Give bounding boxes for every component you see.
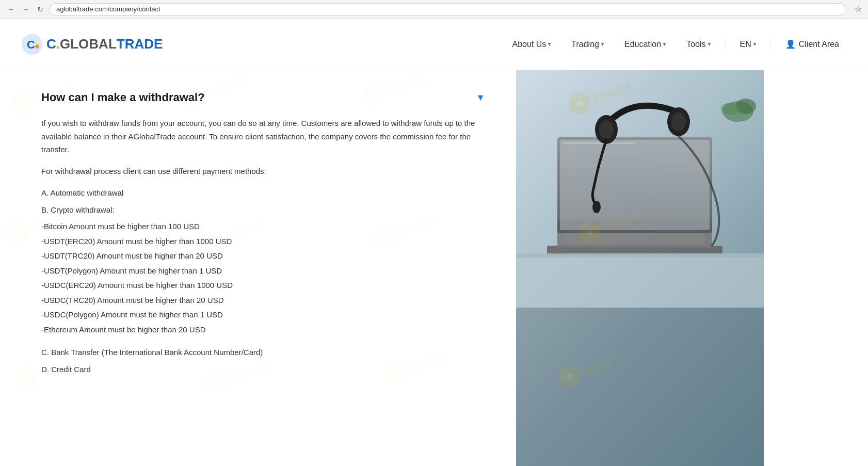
svg-rect-37 [516,253,764,258]
crypto-item-usdt-trc20: -USDT(TRC20) Amount must be higher than … [41,249,485,264]
nav-language[interactable]: EN ▾ [732,36,764,53]
forward-button[interactable]: → [21,4,31,14]
nav-divider-2 [770,38,771,51]
faq-section-c: C. Bank Transfer (The International Bank… [41,345,485,360]
user-icon: 👤 [785,39,796,49]
logo[interactable]: C C . GLOBAL TRADE [21,33,163,56]
faq-content: How can I make a withdrawal? ▼ If you wi… [0,70,516,466]
faq-body: If you wish to withdraw funds from your … [41,117,485,377]
nav-tools[interactable]: Tools ▾ [678,36,718,53]
crypto-item-usdc-erc20: -USDC(ERC20) Amount must be higher than … [41,278,485,293]
svg-point-35 [721,103,740,115]
faq-paragraph-2: For withdrawal process client can use di… [41,165,485,178]
nav-about-us[interactable]: About Us ▾ [504,36,559,53]
tools-chevron: ▾ [708,41,711,47]
svg-point-31 [671,113,686,131]
crypto-item-ethereum: -Ethereum Amount must be higher than 20 … [41,323,485,338]
browser-chrome: ← → ↻ aglobaltrade.com/company/contact ☆ [0,0,868,19]
nav-education[interactable]: Education ▾ [616,36,674,53]
svg-rect-26 [560,140,710,230]
faq-section-a: A. Automatic withdrawal [41,186,485,201]
headset-illustration [516,70,764,308]
svg-point-2 [35,44,39,49]
crypto-item-bitcoin: -Bitcoin Amount must be higher than 100 … [41,219,485,234]
reload-button[interactable]: ↻ [35,4,45,14]
url-bar[interactable]: aglobaltrade.com/company/contact [50,3,846,15]
logo-dot: . [56,36,60,52]
svg-text:C: C [27,38,35,51]
crypto-item-usdt-polygon: -USDT(Polygon) Amount must be higher tha… [41,264,485,279]
faq-payment-methods: A. Automatic withdrawal B. Crypto withdr… [41,186,485,337]
page-content: W WikiFX W WikiFX W WikiFX W WikiFX W Wi… [0,70,868,466]
logo-trade: TRADE [117,36,163,52]
education-chevron: ▾ [663,41,666,47]
faq-title: How can I make a withdrawal? [41,91,205,104]
trading-chevron: ▾ [601,41,604,47]
faq-paragraph-1: If you wish to withdraw funds from your … [41,117,485,156]
crypto-item-usdc-polygon: -USDC(Polygon) Amount must be higher tha… [41,308,485,323]
crypto-item-usdc-trc20: -USDC(TRC20) Amount must be higher than … [41,293,485,308]
contact-image [516,70,764,466]
nav-divider [725,38,726,51]
svg-point-32 [592,201,601,213]
logo-icon: C [21,33,43,56]
main-nav: About Us ▾ Trading ▾ Education ▾ Tools ▾… [504,35,848,53]
faq-section-b: B. Crypto withdrawal: [41,203,485,218]
nav-trading[interactable]: Trading ▾ [563,36,612,53]
svg-rect-36 [516,253,764,308]
site-header: C C . GLOBAL TRADE About Us ▾ Trading ▾ … [0,19,868,70]
faq-question-header[interactable]: How can I make a withdrawal? ▼ [41,91,485,104]
crypto-item-usdt-erc20: -USDT(ERC20) Amount must be higher than … [41,234,485,249]
bookmark-icon[interactable]: ☆ [855,4,862,14]
faq-section-d: D. Credit Card [41,362,485,377]
language-chevron: ▾ [753,41,756,47]
faq-collapse-icon[interactable]: ▼ [476,92,485,103]
svg-point-29 [599,120,614,139]
logo-c: C [46,36,56,52]
client-area-button[interactable]: 👤 Client Area [777,35,847,53]
back-button[interactable]: ← [6,4,17,14]
logo-global: GLOBAL [60,36,117,52]
svg-rect-27 [562,142,635,144]
about-us-chevron: ▾ [548,41,551,47]
